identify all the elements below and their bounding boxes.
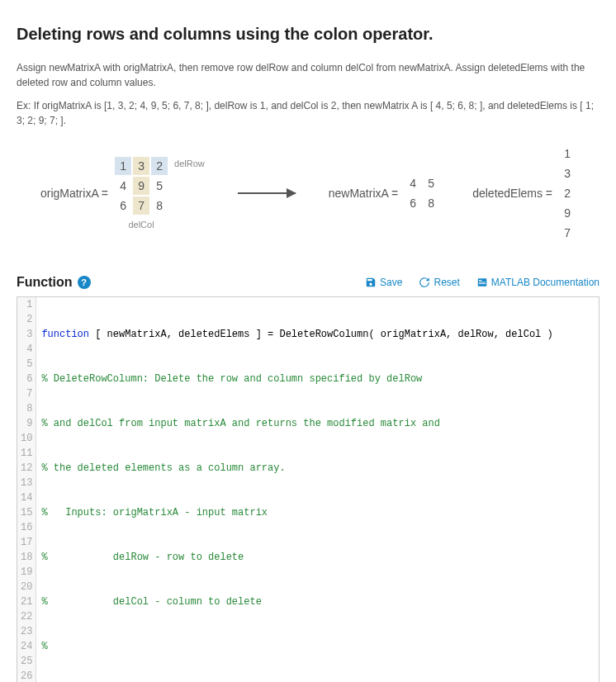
matrix-cell: 1 bbox=[559, 144, 576, 163]
new-matrix-label: newMatrixA = bbox=[329, 187, 398, 200]
matrix-cell: 6 bbox=[405, 194, 421, 212]
del-row-label: delRow bbox=[174, 159, 205, 168]
svg-rect-3 bbox=[479, 283, 486, 284]
new-matrix: 4 5 6 8 bbox=[405, 174, 439, 212]
deleted-elems-vector: 1 3 2 9 7 bbox=[559, 144, 576, 242]
code-line: % delRow - row to delete bbox=[41, 550, 594, 565]
matrix-cell: 3 bbox=[559, 164, 576, 182]
svg-rect-2 bbox=[479, 282, 486, 282]
doc-label: MATLAB Documentation bbox=[491, 277, 599, 288]
code-line: % and delCol from input matrixA and retu… bbox=[41, 416, 594, 431]
matrix-cell: 9 bbox=[133, 177, 149, 195]
matrix-cell: 4 bbox=[115, 177, 131, 195]
matrix-cell: 5 bbox=[423, 174, 439, 192]
matrix-cell: 7 bbox=[559, 224, 576, 242]
arrow-icon bbox=[238, 192, 296, 194]
matrix-cell: 9 bbox=[559, 204, 576, 222]
problem-description-2: Ex: If origMatrixA is [1, 3, 2; 4, 9, 5;… bbox=[17, 98, 599, 128]
problem-description-1: Assign newMatrixA with origMatrixA, then… bbox=[17, 60, 599, 90]
deleted-elems-label: deletedElems = bbox=[472, 187, 552, 200]
help-icon[interactable]: ? bbox=[78, 276, 91, 289]
code-editor[interactable]: 1234567891011121314151617181920212223242… bbox=[17, 296, 599, 682]
matrix-cell: 1 bbox=[115, 157, 131, 175]
orig-matrix: 1 3 2 4 9 5 6 7 8 bbox=[115, 157, 168, 215]
matrix-cell: 2 bbox=[151, 157, 168, 175]
orig-matrix-label: origMatrixA = bbox=[40, 187, 108, 200]
del-col-label: delCol bbox=[128, 220, 154, 230]
save-icon bbox=[365, 277, 377, 288]
reset-icon bbox=[419, 277, 430, 288]
reset-button[interactable]: Reset bbox=[419, 277, 459, 288]
matrix-cell: 5 bbox=[151, 177, 168, 195]
code-line: % delCol - column to delete bbox=[41, 594, 594, 609]
line-gutter: 1234567891011121314151617181920212223242… bbox=[17, 297, 36, 682]
matrix-cell: 3 bbox=[133, 157, 149, 175]
function-label: Function bbox=[17, 275, 73, 290]
matrix-cell: 4 bbox=[405, 174, 421, 192]
code-line: % the deleted elements as a column array… bbox=[41, 461, 594, 476]
matrix-cell: 8 bbox=[151, 197, 168, 215]
page-title: Deleting rows and columns using the colo… bbox=[17, 25, 599, 44]
code-line: % Inputs: origMatrixA - input matrix bbox=[41, 505, 594, 520]
matlab-doc-link[interactable]: MATLAB Documentation bbox=[476, 277, 599, 288]
svg-rect-1 bbox=[479, 280, 482, 281]
reset-label: Reset bbox=[434, 277, 459, 288]
save-button[interactable]: Save bbox=[365, 277, 402, 288]
code-line: % DeleteRowColumn: Delete the row and co… bbox=[41, 372, 594, 386]
example-diagram: origMatrixA = 1 3 2 4 9 5 6 7 8 delCol d… bbox=[17, 144, 599, 242]
matrix-cell: 8 bbox=[423, 194, 439, 212]
code-token: function bbox=[41, 329, 89, 340]
function-header: Function ? Save Reset MATLAB Documentati… bbox=[17, 275, 599, 290]
doc-icon bbox=[476, 277, 488, 288]
code-token: [ newMatrixA, deletedElems ] = DeleteRow… bbox=[89, 329, 553, 340]
save-label: Save bbox=[380, 277, 402, 288]
matrix-cell: 2 bbox=[559, 184, 576, 202]
code-line: % bbox=[41, 639, 594, 654]
matrix-cell: 7 bbox=[133, 197, 149, 215]
matrix-cell: 6 bbox=[115, 197, 131, 215]
code-area[interactable]: function [ newMatrixA, deletedElems ] = … bbox=[36, 297, 599, 682]
